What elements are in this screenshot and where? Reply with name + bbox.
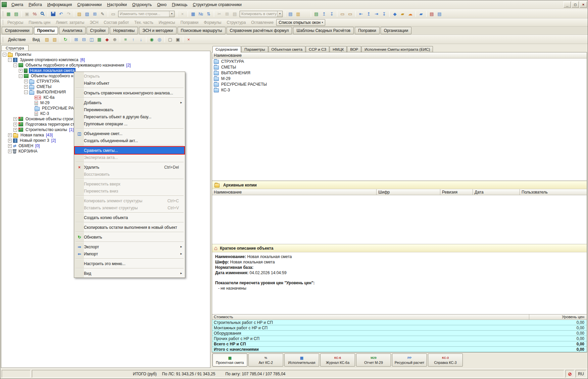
truck-in-icon[interactable]: ▭ bbox=[346, 10, 354, 17]
tree-label[interactable]: Новый проект 3 bbox=[19, 138, 50, 143]
context-item-23[interactable]: Вставить элемент структурыCtrl+V bbox=[75, 204, 184, 211]
dropdown-arrow-icon[interactable]: ▾ bbox=[277, 11, 282, 17]
context-item-36[interactable]: Вид► bbox=[75, 270, 184, 277]
books-blue-icon[interactable]: ▤ bbox=[436, 10, 443, 17]
percent-doc-icon[interactable]: % bbox=[31, 10, 39, 17]
menubar-item-3[interactable]: Справочники bbox=[75, 1, 104, 8]
expand-icon[interactable]: + bbox=[8, 150, 12, 153]
menubar-item-1[interactable]: Работа bbox=[26, 1, 45, 8]
car-icon[interactable]: ▰ bbox=[399, 10, 406, 17]
doc-down-icon[interactable]: ↧ bbox=[328, 10, 336, 17]
panel-btn-0[interactable]: Ресурсы bbox=[5, 19, 26, 26]
tree-label[interactable]: Объекты подсобного и обслуживающего назн… bbox=[24, 62, 125, 68]
search-icon[interactable] bbox=[39, 10, 46, 17]
align-right-icon[interactable]: ⇥ bbox=[373, 10, 380, 17]
tree-label[interactable]: Здание спортивного комплекса bbox=[19, 57, 79, 62]
toolbar-gripper[interactable] bbox=[2, 11, 3, 16]
edit-object-icon[interactable]: ✎ bbox=[99, 10, 106, 17]
context-item-31[interactable]: ⇒Экспорт► bbox=[75, 243, 184, 250]
context-item-8[interactable]: Групповые операции ... bbox=[75, 120, 184, 127]
object-tab-3[interactable]: ССР и СЗ bbox=[306, 46, 329, 52]
panel-btn-10[interactable]: Оглавление bbox=[248, 19, 276, 26]
tree-label[interactable]: СМЕТЫ bbox=[36, 84, 52, 89]
align-up-icon[interactable]: ↥ bbox=[365, 10, 373, 17]
tree-label[interactable]: Новая папка bbox=[19, 132, 45, 138]
filter-tree-icon[interactable]: ≡ bbox=[121, 36, 129, 43]
tree-label[interactable]: ВЫПОЛНЕНИЯ bbox=[36, 89, 67, 95]
expand-all-icon[interactable]: ⊞ bbox=[72, 36, 80, 43]
context-item-20[interactable]: Переместить вниз bbox=[75, 187, 184, 195]
grid-icon[interactable]: ▦ bbox=[189, 10, 197, 17]
main-tab-5[interactable]: ЭСН и методики bbox=[139, 27, 176, 34]
context-item-1[interactable]: Найти объект bbox=[75, 80, 184, 87]
menubar-item-4[interactable]: Настройки bbox=[104, 1, 130, 8]
books-red-icon[interactable]: ▤ bbox=[428, 10, 436, 17]
context-item-17[interactable]: Восстановить bbox=[75, 171, 184, 178]
tree-label[interactable]: СТРУКТУРА bbox=[36, 79, 60, 84]
panel-btn-5[interactable]: Тех. часть bbox=[132, 19, 156, 26]
main-tab-10[interactable]: Организации bbox=[381, 27, 412, 34]
archive-col-3[interactable]: Дата bbox=[473, 189, 520, 195]
menubar-item-7[interactable]: Помощь bbox=[169, 1, 190, 8]
context-item-13[interactable]: Сравнить сметы... bbox=[75, 147, 184, 154]
panel-btn-6[interactable]: Индексы bbox=[156, 19, 178, 26]
expand-icon[interactable]: + bbox=[13, 123, 17, 126]
content-row-4[interactable]: РЕСУРСНЫЕ РАСЧЕТЫ bbox=[212, 81, 587, 87]
expand-icon[interactable]: + bbox=[8, 139, 12, 142]
doc-tab-6[interactable]: КС-3Справка КС-3 bbox=[428, 353, 463, 367]
main-tab-9[interactable]: Поправки bbox=[355, 27, 379, 34]
menubar-item-5[interactable]: Отдохнуть bbox=[130, 1, 154, 8]
copy-special-icon[interactable]: ▥ bbox=[294, 10, 302, 17]
report-doc-icon[interactable]: ▤ bbox=[312, 10, 320, 17]
context-item-10[interactable]: ◫Объединение смет... bbox=[75, 130, 184, 137]
doc-up-icon[interactable]: ↥ bbox=[320, 10, 328, 17]
context-item-29[interactable]: ↻Обновить bbox=[75, 234, 184, 241]
cut-icon[interactable]: ✂ bbox=[215, 10, 223, 17]
tree-label[interactable]: М-29 bbox=[39, 100, 50, 106]
copy-object-icon[interactable]: ⊞ bbox=[91, 10, 99, 17]
panel-btn-8[interactable]: Формулы bbox=[201, 19, 224, 26]
collapse-icon[interactable]: − bbox=[13, 64, 17, 67]
cloud-icon[interactable]: ☁ bbox=[406, 10, 414, 17]
paste-special-icon[interactable]: ▤ bbox=[287, 10, 294, 17]
object-tab-5[interactable]: ВОР bbox=[347, 46, 361, 52]
globe-icon[interactable]: ◉ bbox=[148, 36, 155, 43]
context-item-25[interactable]: Создать копию объекта bbox=[75, 214, 184, 221]
minimize-button[interactable]: _ bbox=[564, 1, 571, 8]
menubar-item-6[interactable]: Окно bbox=[154, 1, 169, 8]
expand-icon[interactable]: + bbox=[8, 144, 12, 148]
archive-col-1[interactable]: Шифр bbox=[377, 189, 440, 195]
dropdown-arrow-icon[interactable]: ▾ bbox=[169, 11, 174, 17]
context-item-27[interactable]: Скопировать остатки выполнения в новый о… bbox=[75, 224, 184, 231]
cost-header-right[interactable]: Уровень цен bbox=[529, 314, 587, 320]
row-type-combo[interactable]: Изменить тип строки...▾ bbox=[118, 11, 175, 17]
collapse-icon[interactable]: − bbox=[3, 53, 6, 56]
folder-new-icon[interactable]: ▧ bbox=[51, 36, 58, 43]
content-row-5[interactable]: КС-3 bbox=[212, 87, 587, 93]
context-item-16[interactable]: ×УдалитьCtrl+Del bbox=[75, 164, 184, 171]
context-item-14[interactable]: Экспертиза акта... bbox=[75, 154, 184, 161]
toolbar-gripper[interactable] bbox=[2, 37, 3, 42]
context-item-3[interactable]: Открыть справочник конъюнктурного анализ… bbox=[75, 89, 184, 96]
collapse-all-icon[interactable]: ⊟ bbox=[80, 36, 88, 43]
context-item-0[interactable]: Открыть bbox=[75, 73, 184, 80]
truck-out-icon[interactable]: ▭ bbox=[339, 10, 346, 17]
panel-btn-7[interactable]: Поправки bbox=[178, 19, 201, 26]
content-row-0[interactable]: СТРУКТУРА bbox=[212, 58, 587, 64]
levels-icon[interactable]: ◫ bbox=[88, 36, 95, 43]
row-numbers-icon[interactable]: № bbox=[197, 10, 205, 17]
delete-row-icon[interactable]: × bbox=[179, 10, 186, 17]
expand-icon[interactable]: + bbox=[19, 69, 22, 73]
menubar-item-2[interactable]: Информация bbox=[45, 1, 75, 8]
context-item-22[interactable]: Копировать элемент структурыCtrl+C bbox=[75, 197, 184, 204]
align-left-icon[interactable]: ⇤ bbox=[357, 10, 365, 17]
context-item-32[interactable]: ⇐Импорт► bbox=[75, 250, 184, 257]
tree-label[interactable]: Основные объекты строи bbox=[24, 116, 74, 122]
undo-icon[interactable]: ↶ bbox=[57, 10, 65, 17]
cost-header-left[interactable]: Стоимость bbox=[212, 314, 529, 320]
collapse-icon[interactable]: − bbox=[8, 58, 12, 62]
panel-btn-9[interactable]: Структура bbox=[224, 19, 248, 26]
object-tab-6[interactable]: Исполнение Сметы контракта (ЕИС) bbox=[361, 46, 433, 52]
refresh-icon[interactable]: ↻ bbox=[61, 36, 69, 43]
tree-row-1[interactable]: −Здание спортивного комплекса[6] bbox=[1, 57, 210, 62]
